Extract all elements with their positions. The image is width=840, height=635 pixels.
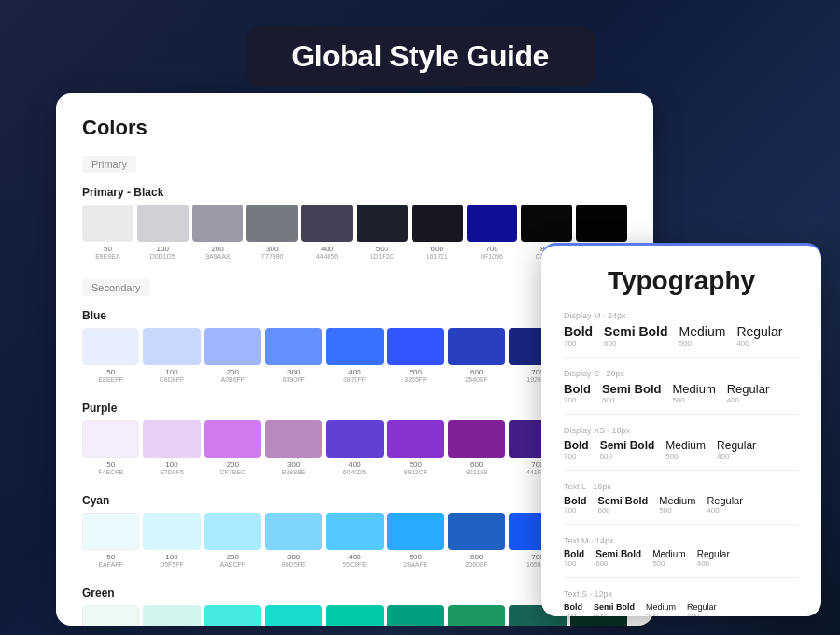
display-m-medium: Medium 500 xyxy=(679,324,726,347)
text-l-weights: Bold 700 Semi Bold 600 Medium 500 Regula… xyxy=(564,495,799,515)
blue-swatch-300: 300 6490FF xyxy=(265,328,322,383)
green-300: 300 1ADCCE xyxy=(265,605,322,626)
swatch-700: 700 0F1096 xyxy=(467,205,518,260)
display-xs-weights: Bold 700 Semi Bold 600 Medium 500 Regula… xyxy=(564,439,799,460)
primary-black-title: Primary - Black xyxy=(82,186,627,199)
cyan-300: 300 80D5FE xyxy=(265,513,322,568)
text-m-medium: Medium 500 xyxy=(652,549,686,568)
display-m-semibold: Semi Bold 600 xyxy=(604,324,667,347)
swatch-50: 50 E8E9EA xyxy=(82,205,133,260)
purple-500: 500 8832CF xyxy=(387,420,444,475)
swatch-200: 200 9A9AA8 xyxy=(192,205,244,260)
primary-section: Primary Primary - Black 50 E8E9EA 100 D0… xyxy=(82,155,627,260)
cyan-50: 50 EAFAFF xyxy=(82,513,139,568)
purple-400: 400 6040D5 xyxy=(326,420,383,475)
type-display-s: Display S · 20px Bold 700 Semi Bold 600 … xyxy=(564,369,799,415)
text-l-bold: Bold 700 xyxy=(564,495,586,515)
display-s-bold: Bold 700 xyxy=(564,382,591,404)
swatch-600: 600 161721 xyxy=(412,205,463,260)
text-s-label: Text S · 12px xyxy=(564,589,799,599)
cyan-600: 600 2060BF xyxy=(448,513,505,568)
display-xs-bold: Bold 700 xyxy=(564,439,589,460)
display-m-label: Display M · 24px xyxy=(564,311,799,320)
cyan-100: 100 D5F5FF xyxy=(143,513,200,568)
purple-50: 50 F4ECFB xyxy=(82,420,139,475)
purple-600: 600 802198 xyxy=(448,420,505,475)
cyan-500: 500 28AAFE xyxy=(387,513,444,568)
type-display-xs: Display XS · 18px Bold 700 Semi Bold 600… xyxy=(564,426,799,471)
display-xs-medium: Medium 500 xyxy=(665,439,706,460)
text-l-medium: Medium 500 xyxy=(659,495,695,515)
green-400: 400 00C9A7 xyxy=(326,605,383,626)
cyan-400: 400 55C8FE xyxy=(326,513,383,568)
typography-panel: Typography Display M · 24px Bold 700 Sem… xyxy=(541,243,821,616)
display-s-label: Display S · 20px xyxy=(564,369,799,378)
blue-swatch-600: 600 2640BF xyxy=(448,328,505,383)
display-m-weights: Bold 700 Semi Bold 600 Medium 500 Regula… xyxy=(564,324,799,347)
display-s-medium: Medium 500 xyxy=(672,382,715,404)
colors-panel-title: Colors xyxy=(82,116,627,140)
green-100: 100 D3F4EF xyxy=(143,605,200,626)
green-600: 600 1A9962 xyxy=(448,605,505,626)
primary-section-label: Primary xyxy=(82,156,136,173)
swatch-400: 400 444056 xyxy=(301,205,353,260)
text-m-semibold: Semi Bold 600 xyxy=(595,549,641,568)
swatch-300: 300 777980 xyxy=(246,205,298,260)
text-s-weights: Bold 700 Semi Bold 600 Medium 500 Regula… xyxy=(564,602,799,616)
type-text-s: Text S · 12px Bold 700 Semi Bold 600 Med… xyxy=(564,589,799,616)
text-l-label: Text L · 16px xyxy=(564,482,799,491)
swatch-100: 100 D0D1D5 xyxy=(137,205,189,260)
text-m-weights: Bold 700 Semi Bold 600 Medium 500 Regula… xyxy=(564,549,799,568)
purple-100: 100 E7D0F5 xyxy=(143,420,200,475)
type-text-l: Text L · 16px Bold 700 Semi Bold 600 Med… xyxy=(564,482,799,525)
cyan-200: 200 AAECFF xyxy=(204,513,261,568)
purple-200: 200 CF7BEC xyxy=(204,420,261,475)
text-m-bold: Bold 700 xyxy=(564,549,584,568)
page-title: Global Style Guide xyxy=(245,26,595,87)
green-200: 200 47EADE xyxy=(204,605,261,626)
green-50: 50 EDFAF4 xyxy=(82,605,139,626)
display-s-weights: Bold 700 Semi Bold 600 Medium 500 Regula… xyxy=(564,382,799,404)
text-l-regular: Regular 400 xyxy=(707,495,743,515)
blue-swatch-200: 200 A0B6FF xyxy=(204,328,261,383)
display-s-semibold: Semi Bold 600 xyxy=(602,382,662,404)
text-m-regular: Regular 400 xyxy=(697,549,730,568)
text-s-regular: Regular 400 xyxy=(687,602,717,616)
display-xs-semibold: Semi Bold 600 xyxy=(600,439,655,460)
typography-panel-title: Typography xyxy=(564,266,799,296)
display-m-bold: Bold 700 xyxy=(564,324,593,347)
green-500: 500 00A080 xyxy=(387,605,444,626)
purple-300: 300 B888BE xyxy=(265,420,322,475)
type-display-m: Display M · 24px Bold 700 Semi Bold 600 … xyxy=(564,311,799,358)
swatch-500: 500 1D1F2C xyxy=(357,205,408,260)
display-xs-regular: Regular 400 xyxy=(717,439,756,460)
text-l-semibold: Semi Bold 600 xyxy=(597,495,648,515)
display-s-regular: Regular 400 xyxy=(727,382,770,404)
secondary-section-label: Secondary xyxy=(82,279,150,296)
blue-swatch-400: 400 3870FF xyxy=(326,328,383,383)
text-m-label: Text M · 14px xyxy=(564,536,799,545)
text-s-semibold: Semi Bold 600 xyxy=(594,602,635,616)
blue-swatch-500: 500 3255FF xyxy=(387,328,444,383)
text-s-medium: Medium 500 xyxy=(646,602,676,616)
display-xs-label: Display XS · 18px xyxy=(564,426,799,435)
blue-swatch-100: 100 C8D8FF xyxy=(143,328,200,383)
text-s-bold: Bold 700 xyxy=(564,602,582,616)
display-m-regular: Regular 400 xyxy=(736,324,782,347)
type-text-m: Text M · 14px Bold 700 Semi Bold 600 Med… xyxy=(564,536,799,578)
blue-swatch-50: 50 E8EEFF xyxy=(82,328,139,383)
